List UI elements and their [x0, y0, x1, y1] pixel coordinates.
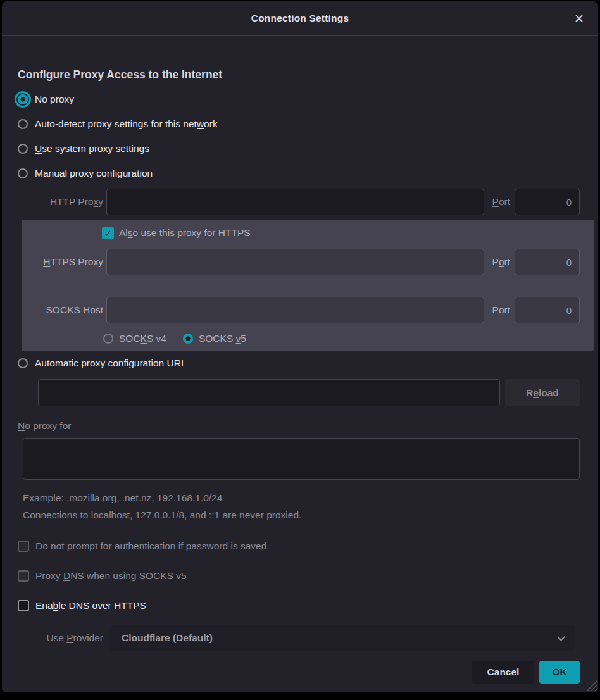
http-port-label: Port	[491, 196, 510, 208]
doh-provider-row: Use Provider Cloudflare (Default)	[18, 625, 580, 651]
radio-selected-icon	[183, 334, 193, 344]
use-provider-label: Use Provider	[18, 632, 103, 644]
localhost-note-text: Connections to localhost, 127.0.0.1/8, a…	[23, 506, 598, 523]
unchecked-checkbox-icon	[18, 570, 29, 582]
close-icon: ✕	[574, 12, 584, 25]
no-proxy-for-label: No proxy for	[18, 420, 71, 432]
radio-unselected-icon	[18, 119, 28, 129]
radio-unselected-icon	[18, 144, 28, 154]
checkbox-row-proxy-dns-socks5: Proxy DNS when using SOCKS v5	[18, 566, 598, 585]
no-proxy-example-text: Example: .mozilla.org, .net.nz, 192.168.…	[23, 489, 598, 506]
page-title: Configure Proxy Access to the Internet	[18, 67, 598, 82]
http-proxy-label: HTTP Proxy	[18, 196, 106, 208]
unchecked-checkbox-icon	[18, 541, 29, 552]
https-port-input	[515, 249, 580, 275]
https-proxy-input	[106, 249, 484, 275]
radio-label-auto-detect: Auto-detect proxy settings for this netw…	[35, 118, 218, 130]
radio-selected-icon	[18, 94, 28, 104]
radio-row-manual-proxy[interactable]: Manual proxy configuration	[18, 164, 598, 183]
https-proxy-row: HTTPS Proxy Port	[22, 249, 580, 275]
no-proxy-for-textarea	[23, 438, 580, 480]
dialog-footer: Cancel OK	[2, 661, 580, 684]
socks-host-label: SOCKS Host	[22, 304, 106, 316]
http-proxy-input	[106, 189, 484, 215]
unchecked-checkbox-icon	[18, 600, 29, 611]
socks-port-input	[515, 297, 580, 323]
enable-doh-label: Enable DNS over HTTPS	[35, 599, 146, 612]
http-port-input	[515, 189, 580, 215]
http-proxy-row: HTTP Proxy Port	[2, 189, 598, 215]
radio-unselected-icon	[18, 168, 28, 178]
connection-settings-dialog: Connection Settings ✕ Configure Proxy Ac…	[2, 1, 598, 692]
doh-provider-selected-value: Cloudflare (Default)	[122, 632, 557, 644]
socks-version-row: SOCKS v4 SOCKS v5	[103, 329, 580, 348]
autoconfig-url-input	[38, 379, 500, 406]
chevron-down-icon	[557, 633, 565, 641]
socks-v4-label: SOCKS v4	[119, 332, 166, 345]
radio-row-system-proxy[interactable]: Use system proxy settings	[18, 139, 598, 158]
also-https-checkbox-row: ✓ Also use this proxy for HTTPS	[102, 225, 580, 241]
close-button[interactable]: ✕	[569, 10, 589, 27]
https-port-label: Port	[491, 256, 510, 268]
socks-v5-label: SOCKS v5	[199, 332, 246, 345]
socks-host-row: SOCKS Host Port	[22, 297, 580, 323]
check-icon: ✓	[104, 228, 112, 238]
no-auth-prompt-label: Do not prompt for authentication if pass…	[35, 540, 266, 553]
radio-row-no-proxy[interactable]: No proxy	[18, 90, 598, 109]
manual-proxy-highlight-section: ✓ Also use this proxy for HTTPS HTTPS Pr…	[22, 220, 594, 351]
cancel-button[interactable]: Cancel	[472, 661, 534, 684]
checkbox-row-enable-doh[interactable]: Enable DNS over HTTPS	[18, 596, 598, 615]
socks-port-label: Port	[491, 304, 510, 316]
dialog-title: Connection Settings	[251, 13, 349, 24]
dialog-titlebar: Connection Settings ✕	[2, 1, 598, 36]
radio-label-no-proxy: No proxy	[35, 93, 74, 106]
https-proxy-label: HTTPS Proxy	[22, 256, 106, 268]
radio-label-manual-proxy: Manual proxy configuration	[35, 167, 153, 180]
reload-button-label: Reload	[526, 387, 559, 398]
ok-button[interactable]: OK	[539, 661, 580, 684]
also-https-label: Also use this proxy for HTTPS	[119, 227, 251, 239]
radio-row-auto-detect[interactable]: Auto-detect proxy settings for this netw…	[18, 115, 598, 134]
checkbox-row-no-auth-prompt: Do not prompt for authentication if pass…	[18, 537, 598, 556]
no-proxy-for-label-row: No proxy for	[18, 416, 598, 435]
proxy-dns-socks5-label: Proxy DNS when using SOCKS v5	[35, 570, 187, 582]
checked-checkbox-icon: ✓	[102, 227, 114, 239]
radio-unselected-icon	[103, 334, 113, 344]
autoconfig-url-row: Reload	[38, 379, 580, 406]
radio-label-system-proxy: Use system proxy settings	[35, 142, 149, 155]
radio-row-autoconfig-url[interactable]: Automatic proxy configuration URL	[18, 354, 598, 373]
socks-host-input	[106, 297, 484, 323]
radio-unselected-icon	[18, 358, 28, 368]
resize-grip[interactable]	[586, 680, 597, 691]
radio-label-autoconfig-url: Automatic proxy configuration URL	[35, 357, 187, 370]
doh-provider-dropdown: Cloudflare (Default)	[109, 625, 575, 651]
reload-button: Reload	[505, 379, 580, 406]
